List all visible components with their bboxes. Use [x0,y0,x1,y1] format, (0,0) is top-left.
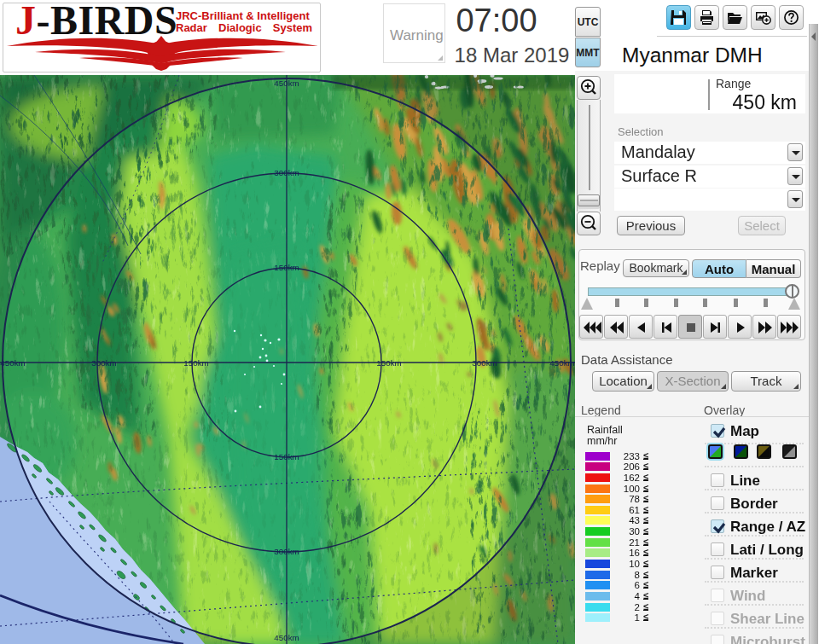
svg-text:150km: 150km [376,358,401,368]
svg-text:300km: 300km [91,358,116,368]
svg-text:450km: 450km [274,78,299,88]
svg-text:150km: 150km [183,358,208,368]
svg-text:150km: 150km [274,452,299,461]
svg-text:150km: 150km [274,263,299,272]
svg-text:450km: 450km [274,633,299,642]
svg-text:450km: 450km [0,358,25,368]
svg-text:300km: 300km [472,358,497,368]
svg-text:300km: 300km [274,547,299,556]
svg-text:450km: 450km [549,358,574,368]
svg-text:300km: 300km [274,168,299,177]
